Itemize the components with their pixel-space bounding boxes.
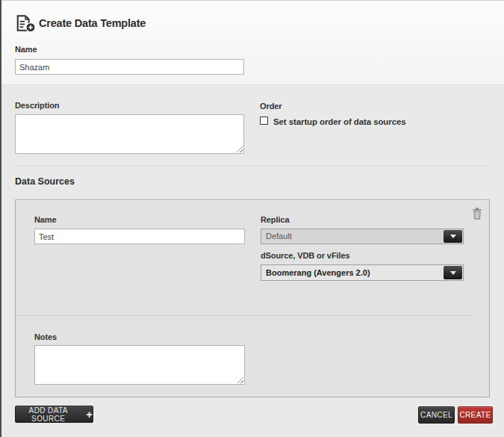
cancel-label: CANCEL — [420, 411, 452, 419]
section-divider — [15, 165, 490, 166]
create-data-template-dialog: Create Data Template Name Description Or… — [0, 0, 504, 437]
dialog-title: Create Data Template — [39, 17, 146, 29]
order-checkbox-label: Set startup order of data sources — [273, 117, 406, 126]
cancel-button[interactable]: CANCEL — [418, 406, 455, 424]
notes-textarea[interactable] — [34, 345, 245, 385]
delete-data-source-button[interactable] — [472, 208, 482, 222]
description-textarea[interactable] — [15, 114, 244, 154]
dsource-label: dSource, VDB or vFiles — [261, 251, 349, 260]
replica-selected-value: Default — [266, 232, 292, 241]
top-border — [0, 0, 504, 1]
data-source-card: Name Replica Default dSource, VDB or vFi… — [15, 199, 490, 397]
add-data-source-button[interactable]: ADD DATA SOURCE + — [15, 406, 93, 423]
dsource-dropdown-button[interactable] — [444, 266, 462, 279]
chevron-down-icon — [450, 271, 456, 275]
plus-icon: + — [86, 411, 93, 418]
replica-dropdown-button[interactable] — [444, 230, 462, 243]
dsource-selected-value: Boomerang (Avengers 2.0) — [266, 268, 370, 277]
document-add-icon — [15, 14, 36, 36]
dsource-dropdown[interactable]: Boomerang (Avengers 2.0) — [261, 264, 464, 281]
trash-icon — [472, 208, 482, 220]
chevron-down-icon — [450, 235, 456, 238]
description-label: Description — [15, 101, 59, 110]
name-input[interactable] — [15, 59, 244, 75]
notes-label: Notes — [34, 332, 57, 341]
order-checkbox[interactable] — [260, 117, 268, 125]
data-sources-heading: Data Sources — [15, 176, 75, 187]
source-name-label: Name — [34, 215, 57, 224]
create-label: CREATE — [459, 411, 491, 419]
replica-dropdown[interactable]: Default — [261, 229, 464, 244]
replica-label: Replica — [261, 215, 289, 224]
create-button[interactable]: CREATE — [458, 406, 493, 424]
add-data-source-label: ADD DATA SOURCE — [16, 406, 81, 423]
card-divider — [16, 315, 473, 316]
name-label: Name — [15, 45, 37, 54]
left-border — [0, 0, 1, 437]
source-name-input[interactable] — [34, 229, 245, 244]
order-label: Order — [260, 102, 281, 111]
